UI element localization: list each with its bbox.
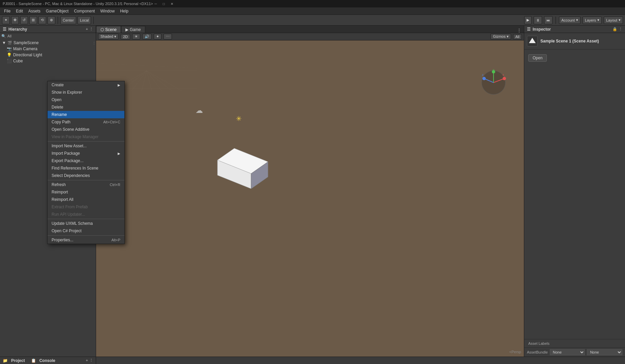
menu-item-edit[interactable]: Edit	[13, 8, 26, 14]
svg-line-10	[147, 71, 182, 91]
ctx-item-refresh[interactable]: RefreshCtrl+R	[48, 181, 124, 188]
ctx-label: Open Scene Additive	[52, 127, 89, 132]
ctx-item-open-c-project[interactable]: Open C# Project	[48, 227, 124, 235]
menu-item-help[interactable]: Help	[117, 8, 131, 14]
lighting-button[interactable]: ☀	[132, 34, 140, 39]
hierarchy-options-icon[interactable]: ⋮	[92, 41, 96, 45]
persp-label: <Persp	[509, 350, 521, 354]
tool-combined[interactable]: ⊕	[48, 16, 55, 24]
hierarchy-item-samplescene[interactable]: ▼ 🎬 SampleScene ⋮	[0, 40, 96, 46]
project-panel-header: 📁 Project 📋 Console + ⋮	[0, 357, 96, 364]
assetbundle-name-dropdown[interactable]: None	[550, 349, 585, 355]
ctx-item-copy-path[interactable]: Copy PathAlt+Ctrl+C	[48, 118, 124, 126]
tool-scale[interactable]: ⊞	[29, 16, 37, 24]
layers-dropdown[interactable]: Layers ▾	[583, 17, 602, 24]
light-scene-icon: ✳	[236, 115, 242, 123]
ctx-label: Extract From Prefab	[52, 205, 88, 209]
shading-dropdown[interactable]: Shaded ▾	[98, 34, 119, 39]
titlebar-title: PJ0001 - SampleScene - PC, Mac & Linux S…	[3, 2, 153, 6]
inspector-menu-icon[interactable]: ⋮	[619, 27, 622, 31]
toolbar: ✦ ✥ ↺ ⊞ ⟲ ⊕ Center Local ▶ ⏸ ⏭ Account ▾…	[0, 15, 625, 26]
menu-item-window[interactable]: Window	[97, 8, 117, 14]
pause-button[interactable]: ⏸	[534, 16, 542, 24]
ctx-item-properties-[interactable]: Properties...Alt+P	[48, 236, 124, 244]
tab-game[interactable]: ▶ Game	[121, 26, 145, 33]
account-dropdown[interactable]: Account ▾	[559, 17, 581, 24]
ctx-item-reimport-all[interactable]: Reimport All	[48, 196, 124, 203]
2d-label: 2D	[123, 35, 128, 39]
hierarchy-item-maincamera[interactable]: 📷 Main Camera	[0, 46, 96, 52]
ctx-item-show-in-explorer[interactable]: Show in Explorer	[48, 89, 124, 96]
menu-item-component[interactable]: Component	[71, 8, 97, 14]
project-add-button[interactable]: +	[86, 358, 88, 363]
hierarchy-search-icon: 🔍	[1, 34, 6, 38]
ctx-label: Reimport All	[52, 197, 73, 202]
inspector-lock-icon[interactable]: 🔒	[613, 27, 617, 31]
tool-rotate[interactable]: ↺	[20, 16, 28, 24]
ctx-item-update-uxml-schema[interactable]: Update UXML Schema	[48, 220, 124, 227]
scene-more-btn[interactable]: ⋯	[163, 34, 172, 39]
gizmo-widget: x y z	[480, 69, 507, 96]
effects-button[interactable]: ✦	[154, 34, 161, 39]
inspector-asset-title: Sample Scene 1 (Scene Asset)	[540, 39, 599, 43]
project-menu-button[interactable]: ⋮	[89, 358, 93, 363]
ctx-item-create[interactable]: Create▶	[48, 81, 124, 89]
hierarchy-add-button[interactable]: +	[86, 27, 88, 31]
ctx-arrow-icon: ▶	[118, 83, 120, 87]
menu-item-gameobject[interactable]: GameObject	[43, 8, 71, 14]
hierarchy-menu-button[interactable]: ⋮	[89, 27, 93, 31]
project-tab[interactable]: Project	[11, 358, 25, 363]
scene-tab-label: Scene	[105, 27, 117, 32]
tab-menu-icon[interactable]: ⋮	[517, 28, 521, 33]
hierarchy-item-dirlight[interactable]: 💡 Directional Light	[0, 52, 96, 58]
step-button[interactable]: ⏭	[544, 16, 553, 24]
bottom-area: 📁 Project 📋 Console + ⋮ Assets > S 🔍 ★ 🔒…	[0, 357, 625, 364]
ctx-label: Select Dependencies	[52, 173, 90, 178]
minimize-button[interactable]: ─	[153, 1, 158, 6]
account-chevron-icon: ▾	[576, 18, 578, 22]
svg-line-9	[147, 71, 172, 91]
ctx-item-extract-from-prefab: Extract From Prefab	[48, 203, 124, 211]
play-button[interactable]: ▶	[524, 16, 532, 24]
2d-button[interactable]: 2D	[121, 34, 130, 39]
unity-logo-badge	[527, 36, 538, 47]
ctx-shortcut: Alt+Ctrl+C	[103, 120, 120, 124]
close-button[interactable]: ✕	[169, 1, 175, 6]
svg-line-4	[121, 71, 147, 91]
scene-viewport[interactable]: ☁ ✳ x y	[96, 40, 524, 357]
menu-item-assets[interactable]: Assets	[26, 8, 43, 14]
ctx-label: Open C# Project	[52, 229, 82, 233]
menu-item-file[interactable]: File	[1, 8, 13, 14]
ctx-item-open-scene-additive[interactable]: Open Scene Additive	[48, 126, 124, 133]
ctx-item-find-references-in-scene[interactable]: Find References In Scene	[48, 164, 124, 172]
console-tab[interactable]: Console	[39, 358, 55, 363]
tool-rect[interactable]: ⟲	[38, 16, 46, 24]
tab-scene[interactable]: ⬡ Scene	[96, 26, 121, 33]
ctx-item-delete[interactable]: Delete	[48, 103, 124, 111]
toolbar-sep-3	[556, 17, 556, 24]
ctx-item-reimport[interactable]: Reimport	[48, 188, 124, 196]
layout-dropdown[interactable]: Layout ▾	[604, 17, 623, 24]
assetbundle-variant-dropdown[interactable]: None	[587, 349, 622, 355]
all-dropdown[interactable]: All	[513, 34, 522, 39]
ctx-item-import-new-asset-[interactable]: Import New Asset...	[48, 142, 124, 150]
audio-button[interactable]: 🔊	[142, 34, 152, 39]
ctx-item-rename[interactable]: Rename	[48, 111, 124, 118]
ctx-item-export-package-[interactable]: Export Package...	[48, 157, 124, 164]
gizmos-dropdown[interactable]: Gizmos ▾	[490, 34, 511, 39]
svg-line-5	[131, 71, 147, 91]
ctx-item-select-dependencies[interactable]: Select Dependencies	[48, 172, 124, 179]
layout-label: Layout	[606, 18, 617, 22]
view-tab-bar: ⬡ Scene ▶ Game ⋮	[96, 26, 524, 33]
open-button[interactable]: Open	[528, 54, 547, 62]
tool-move[interactable]: ✥	[11, 16, 19, 24]
hierarchy-item-cube[interactable]: ⬛ Cube	[0, 58, 96, 64]
hierarchy-title: Hierarchy	[8, 27, 27, 32]
local-button[interactable]: Local	[78, 16, 91, 24]
svg-point-24	[482, 77, 486, 80]
ctx-item-import-package[interactable]: Import Package▶	[48, 150, 124, 157]
maximize-button[interactable]: □	[161, 1, 167, 6]
ctx-item-open[interactable]: Open	[48, 96, 124, 103]
center-button[interactable]: Center	[60, 16, 76, 24]
tool-hand[interactable]: ✦	[2, 16, 10, 24]
